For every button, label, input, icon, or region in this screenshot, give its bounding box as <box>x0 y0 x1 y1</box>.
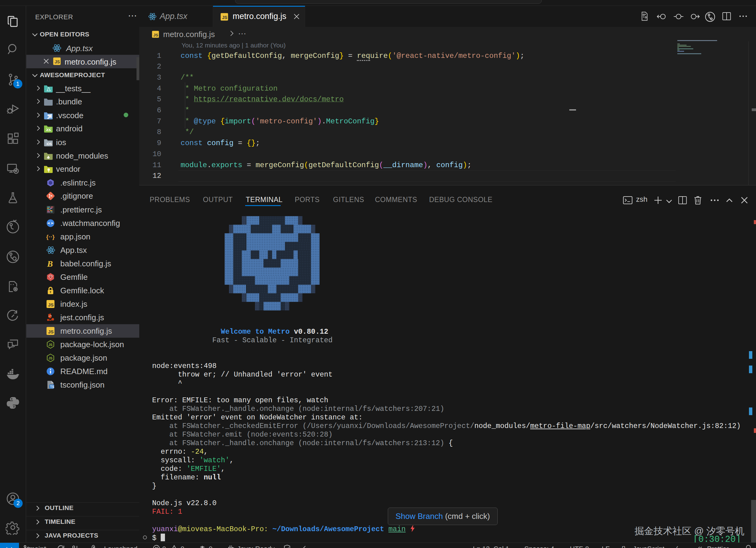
svg-text:JS: JS <box>55 59 60 64</box>
svg-text:iOS: iOS <box>47 142 52 146</box>
svg-text:JS: JS <box>222 15 227 20</box>
svg-text:JS: JS <box>48 343 52 347</box>
svg-text:JS: JS <box>48 329 54 334</box>
svg-text:JS: JS <box>48 356 52 360</box>
svg-text:TS: TS <box>50 385 54 388</box>
svg-text:{··}: {··} <box>46 234 55 240</box>
svg-text:B: B <box>47 259 53 268</box>
svg-text:JS: JS <box>48 302 54 307</box>
